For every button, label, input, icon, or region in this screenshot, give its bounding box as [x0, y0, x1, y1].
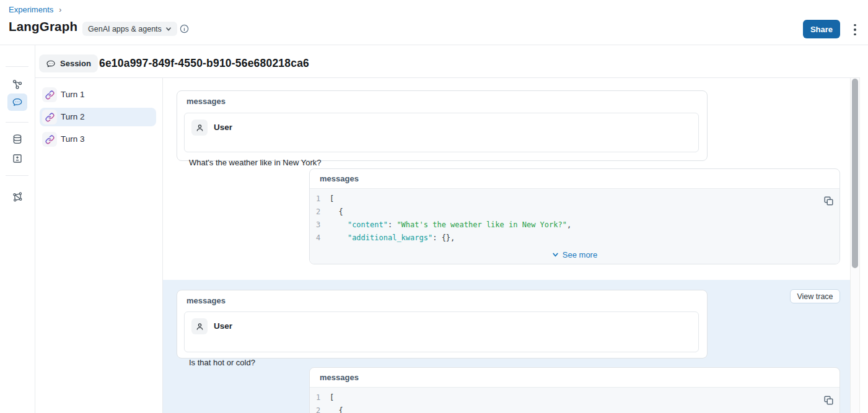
field-label: messages	[186, 97, 226, 106]
sidebar-divider	[35, 45, 35, 413]
sidebar-item-hierarchy-icon[interactable]	[12, 79, 23, 90]
person-icon	[195, 322, 204, 331]
kebab-menu-icon[interactable]	[850, 24, 860, 36]
code-card-header: messages	[310, 169, 840, 189]
turn-label: Turn 3	[61, 130, 85, 149]
message-role: User	[214, 318, 232, 334]
person-icon	[195, 123, 204, 133]
share-button[interactable]: Share	[803, 20, 840, 38]
turn2-input-card: messages User Is that hot or cold?	[177, 290, 708, 359]
scrollbar-thumb[interactable]	[852, 79, 858, 268]
chevron-down-icon	[552, 251, 559, 258]
user-message: User Is that hot or cold?	[184, 311, 699, 352]
turn2-output-card: messages 1[ 2 {	[309, 367, 840, 413]
code-line: 3 "content": "What's the weather like in…	[310, 219, 840, 232]
turn-list-item-1[interactable]: Turn 1	[40, 85, 156, 104]
line-number: 1	[316, 193, 325, 206]
session-badge-label: Session	[60, 59, 91, 68]
sidebar-item-chat-bubble-icon[interactable]	[12, 97, 23, 108]
sidebar-separator	[6, 66, 28, 67]
user-avatar	[191, 318, 208, 334]
copy-icon[interactable]	[823, 195, 834, 206]
code-text: [	[330, 193, 334, 206]
session-divider	[35, 77, 860, 78]
code-text: [	[330, 391, 334, 404]
link-icon	[42, 110, 57, 124]
code-line: 2 {	[310, 206, 840, 219]
user-message: User What's the weather like in New York…	[184, 113, 699, 152]
sidebar-item-plus-minus-icon[interactable]	[12, 153, 23, 164]
message-text: Is that hot or cold?	[189, 358, 255, 367]
code-card-header: messages	[310, 368, 840, 388]
session-badge: Session	[39, 54, 98, 72]
field-label: messages	[320, 373, 359, 382]
user-avatar	[191, 120, 208, 136]
code-text: "additional_kwargs": {},	[330, 232, 455, 245]
sidebar-separator	[6, 175, 28, 176]
field-label: messages	[186, 296, 226, 305]
app-window: Experiments › LangGraph GenAI apps & age…	[0, 0, 868, 413]
code-line: 2 {	[310, 404, 840, 413]
turn1-output-card: messages 1[ 2 { 3 "content": "What's the…	[309, 168, 840, 264]
page-title: LangGraph	[9, 19, 77, 34]
line-number: 3	[316, 219, 325, 232]
chat-bubble-icon	[46, 59, 56, 69]
message-role: User	[214, 120, 232, 136]
line-number: 2	[316, 404, 325, 413]
line-number: 1	[316, 391, 325, 404]
code-block: 1[ 2 { 3 "content": "What's the weather …	[310, 189, 840, 264]
session-id: 6e10a997-849f-4550-b910-56e680218ca6	[99, 57, 309, 70]
code-text: "content": "What's the weather like in N…	[330, 219, 571, 232]
field-label: messages	[320, 174, 359, 183]
view-trace-button[interactable]: View trace	[790, 289, 840, 303]
turn-list-item-3[interactable]: Turn 3	[40, 130, 156, 149]
breadcrumb-experiments-link[interactable]: Experiments	[9, 5, 53, 14]
code-block: 1[ 2 {	[310, 388, 840, 413]
breadcrumb: Experiments ›	[9, 5, 61, 14]
code-text: {	[330, 404, 343, 413]
line-number: 2	[316, 206, 325, 219]
link-icon	[42, 87, 57, 102]
code-line: 1[	[310, 391, 840, 404]
sidebar-item-graph-icon[interactable]	[12, 191, 23, 202]
code-line: 1[	[310, 193, 840, 206]
turn-label: Turn 2	[61, 108, 85, 126]
info-icon[interactable]	[179, 24, 190, 34]
breadcrumb-separator: ›	[59, 6, 61, 14]
scrollbar-track	[850, 78, 860, 413]
sidebar-separator	[6, 122, 28, 123]
copy-icon[interactable]	[823, 394, 834, 406]
turn-list-item-2[interactable]: Turn 2	[40, 108, 156, 126]
turn1-input-card: messages User What's the weather like in…	[177, 90, 708, 161]
header-divider	[0, 45, 868, 45]
sidebar-item-database-icon[interactable]	[12, 134, 23, 145]
line-number: 4	[316, 232, 325, 245]
link-icon	[42, 132, 57, 147]
message-text: What's the weather like in New York?	[189, 158, 321, 167]
code-line: 4 "additional_kwargs": {},	[310, 232, 840, 245]
chevron-down-icon	[165, 26, 172, 32]
category-label: GenAI apps & agents	[88, 25, 162, 33]
code-text: {	[330, 206, 343, 219]
category-dropdown[interactable]: GenAI apps & agents	[82, 22, 177, 36]
turn-label: Turn 1	[61, 85, 85, 104]
see-more-label: See more	[563, 250, 597, 259]
see-more-button[interactable]: See more	[310, 248, 840, 261]
